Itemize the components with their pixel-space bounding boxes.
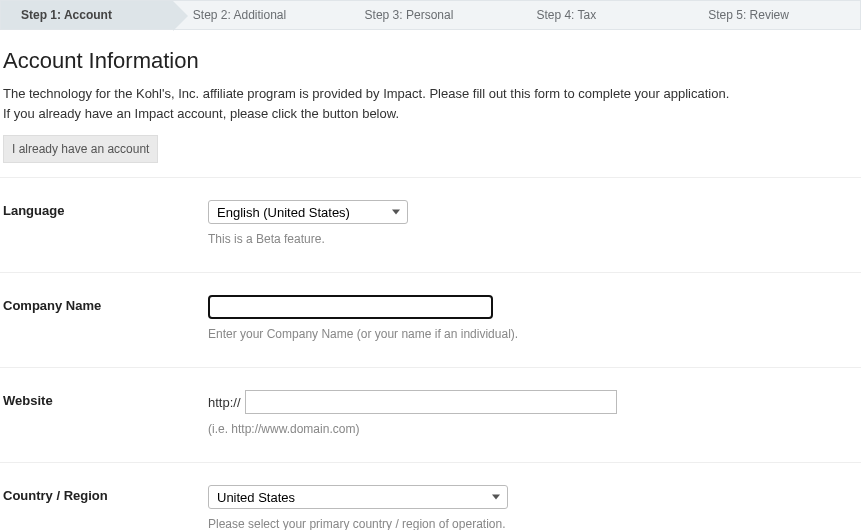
- step-label: Step 5: Review: [708, 8, 789, 22]
- step-label: Step 4: Tax: [536, 8, 596, 22]
- language-hint: This is a Beta feature.: [208, 232, 858, 246]
- step-label: Step 2: Additional: [193, 8, 286, 22]
- page-title: Account Information: [3, 48, 861, 74]
- step-personal[interactable]: Step 3: Personal: [345, 1, 517, 29]
- step-label: Step 1: Account: [21, 8, 112, 22]
- country-label: Country / Region: [3, 485, 208, 530]
- row-company: Company Name Enter your Company Name (or…: [0, 273, 861, 368]
- language-select-wrap: English (United States): [208, 200, 408, 224]
- row-country: Country / Region United States Please se…: [0, 463, 861, 530]
- language-select[interactable]: English (United States): [208, 200, 408, 224]
- company-label: Company Name: [3, 295, 208, 341]
- row-website: Website http:// (i.e. http://www.domain.…: [0, 368, 861, 463]
- language-label: Language: [3, 200, 208, 246]
- step-tax[interactable]: Step 4: Tax: [516, 1, 688, 29]
- row-language: Language English (United States) This is…: [0, 178, 861, 273]
- wizard-steps: Step 1: Account Step 2: Additional Step …: [0, 0, 861, 30]
- country-select-wrap: United States: [208, 485, 508, 509]
- company-name-input[interactable]: [208, 295, 493, 319]
- website-input[interactable]: [245, 390, 617, 414]
- country-hint: Please select your primary country / reg…: [208, 517, 858, 530]
- description-line-1: The technology for the Kohl's, Inc. affi…: [3, 84, 861, 104]
- company-hint: Enter your Company Name (or your name if…: [208, 327, 858, 341]
- country-select[interactable]: United States: [208, 485, 508, 509]
- step-account[interactable]: Step 1: Account: [1, 1, 173, 29]
- already-have-account-button[interactable]: I already have an account: [3, 135, 158, 163]
- step-review[interactable]: Step 5: Review: [688, 1, 860, 29]
- step-additional[interactable]: Step 2: Additional: [173, 1, 345, 29]
- description-line-2: If you already have an Impact account, p…: [3, 104, 861, 124]
- step-label: Step 3: Personal: [365, 8, 454, 22]
- website-prefix: http://: [208, 395, 241, 410]
- website-hint: (i.e. http://www.domain.com): [208, 422, 858, 436]
- website-label: Website: [3, 390, 208, 436]
